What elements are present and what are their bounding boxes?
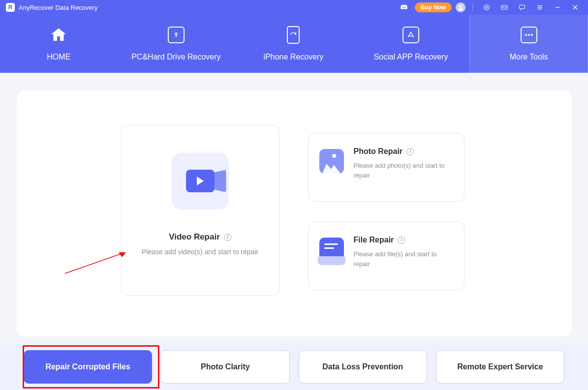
menu-icon[interactable] (533, 2, 547, 13)
content-panel: Video Repair i Please add video(s) and s… (17, 90, 572, 336)
app-store-icon (402, 26, 420, 44)
svg-point-11 (175, 33, 177, 35)
app-title: AnyRecover Data Recovery (19, 4, 97, 11)
buy-now-button[interactable]: Buy Now (415, 2, 452, 12)
app-logo-icon: R (6, 3, 15, 12)
svg-point-2 (486, 6, 488, 8)
nav-tab-more-tools[interactable]: More Tools (469, 15, 588, 73)
file-repair-title: File Repair (354, 236, 394, 244)
file-repair-card[interactable]: File Repair i Please add file(s) and sta… (308, 221, 464, 290)
nav-label: PC&Hard Drive Recovery (131, 53, 220, 61)
svg-point-1 (484, 5, 490, 10)
footer-btn-repair-files[interactable]: Repair Corrupted Files (24, 350, 152, 384)
minimize-icon[interactable] (551, 2, 564, 13)
svg-rect-4 (520, 5, 525, 8)
nav-label: HOME (47, 53, 70, 61)
photo-repair-desc: Please add photo(s) and start to repair (354, 161, 453, 180)
file-repair-desc: Please add file(s) and start to repair (354, 249, 453, 269)
user-avatar-icon[interactable] (456, 2, 465, 12)
separator (472, 3, 473, 11)
video-icon (172, 152, 229, 210)
photo-repair-title: Photo Repair (354, 147, 403, 156)
video-repair-desc: Please add video(s) and start to repair (142, 248, 258, 256)
svg-line-15 (65, 254, 121, 273)
feedback-icon[interactable] (515, 2, 529, 13)
close-icon[interactable] (568, 2, 582, 13)
info-icon[interactable]: i (224, 234, 231, 241)
arrow-annotation-icon (63, 251, 127, 275)
phone-icon (284, 26, 302, 44)
footer-btn-remote-expert[interactable]: Remote Expert Service (436, 350, 564, 384)
svg-point-12 (525, 34, 527, 36)
nav-label: iPhone Recovery (264, 53, 324, 61)
nav-label: Social APP Recovery (374, 53, 448, 61)
monitor-icon (167, 26, 185, 44)
home-icon (50, 26, 67, 44)
info-icon[interactable]: i (406, 148, 414, 155)
target-icon[interactable] (480, 2, 494, 13)
footer-btn-data-loss[interactable]: Data Loss Prevention (299, 350, 427, 384)
mail-icon[interactable] (497, 2, 511, 13)
photo-icon (319, 149, 344, 174)
photo-repair-card[interactable]: Photo Repair i Please add photo(s) and s… (308, 133, 464, 202)
svg-point-14 (531, 34, 533, 36)
nav-tab-iphone[interactable]: iPhone Recovery (235, 15, 352, 73)
svg-point-13 (528, 34, 530, 36)
info-icon[interactable]: i (398, 237, 405, 244)
footer-tabs: Repair Corrupted Files Photo Clarity Dat… (0, 344, 588, 390)
video-repair-title: Video Repair (169, 232, 220, 242)
titlebar: R AnyRecover Data Recovery Buy Now (0, 0, 588, 15)
more-icon (520, 26, 538, 44)
nav-tab-pc[interactable]: PC&Hard Drive Recovery (118, 15, 235, 73)
nav-label: More Tools (510, 53, 548, 61)
video-repair-card[interactable]: Video Repair i Please add video(s) and s… (121, 125, 279, 296)
discord-icon[interactable] (397, 2, 411, 13)
nav-tab-social[interactable]: Social APP Recovery (352, 15, 470, 73)
svg-rect-3 (501, 5, 507, 9)
file-icon (319, 238, 344, 262)
footer-btn-photo-clarity[interactable]: Photo Clarity (161, 350, 289, 384)
main-nav: HOME PC&Hard Drive Recovery iPhone Recov… (0, 15, 588, 73)
nav-tab-home[interactable]: HOME (0, 15, 118, 73)
svg-point-0 (460, 5, 462, 8)
